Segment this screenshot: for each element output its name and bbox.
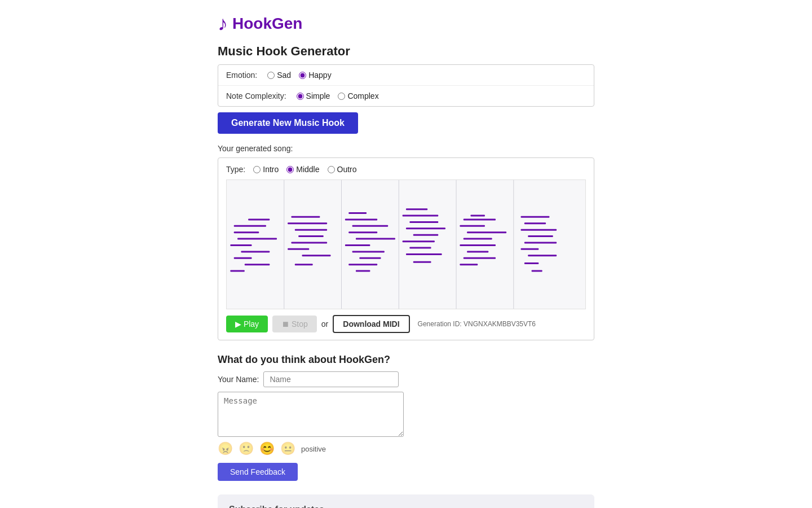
svg-rect-48 xyxy=(460,264,478,265)
svg-rect-8 xyxy=(230,244,251,246)
svg-rect-36 xyxy=(413,234,439,236)
svg-rect-13 xyxy=(230,270,244,272)
type-outro[interactable]: Outro xyxy=(328,165,357,174)
svg-rect-16 xyxy=(295,229,327,231)
type-intro[interactable]: Intro xyxy=(253,165,279,174)
svg-rect-30 xyxy=(348,264,377,265)
complexity-simple-radio[interactable] xyxy=(297,93,304,100)
emotion-happy[interactable]: Happy xyxy=(299,71,331,80)
feedback-section: What do you think about HookGen? Your Na… xyxy=(218,354,594,481)
type-middle[interactable]: Middle xyxy=(286,165,319,174)
svg-rect-47 xyxy=(464,257,496,259)
svg-rect-35 xyxy=(406,227,445,229)
play-button[interactable]: ▶ Play xyxy=(226,316,268,332)
piano-roll xyxy=(226,179,586,309)
svg-rect-31 xyxy=(356,270,370,272)
svg-rect-52 xyxy=(521,229,557,231)
sentiment-row: 😠 🙁 😊 😐 positive xyxy=(218,441,594,456)
emotion-sad[interactable]: Sad xyxy=(267,71,291,80)
svg-rect-19 xyxy=(288,248,309,250)
svg-rect-20 xyxy=(302,255,331,256)
svg-rect-38 xyxy=(409,247,431,249)
emotion-happy-radio[interactable] xyxy=(299,72,306,79)
generation-id: Generation ID: VNGNXAKMBBV35VT6 xyxy=(418,320,536,328)
message-textarea[interactable] xyxy=(218,392,404,437)
complexity-complex-radio[interactable] xyxy=(338,93,345,100)
svg-rect-56 xyxy=(528,255,557,256)
generated-label: Your generated song: xyxy=(218,144,594,153)
or-text: or xyxy=(321,319,328,329)
generated-section: Your generated song: Type: Intro Middle … xyxy=(218,144,594,340)
logo-colored: Gen xyxy=(272,15,302,32)
svg-rect-41 xyxy=(464,218,496,220)
svg-rect-58 xyxy=(532,270,542,272)
sentiment-neutral[interactable]: 😐 xyxy=(280,441,295,456)
type-outro-label: Outro xyxy=(337,165,357,174)
emotion-sad-radio[interactable] xyxy=(267,72,275,79)
complexity-complex[interactable]: Complex xyxy=(338,91,378,100)
svg-rect-18 xyxy=(291,242,327,243)
svg-rect-46 xyxy=(467,251,488,252)
svg-rect-51 xyxy=(524,222,546,224)
logo-plain: Hook xyxy=(232,15,272,32)
svg-rect-28 xyxy=(352,251,385,252)
sentiment-very-negative[interactable]: 😠 xyxy=(218,441,233,456)
sentiment-negative[interactable]: 🙁 xyxy=(239,441,254,456)
svg-rect-25 xyxy=(348,231,377,233)
piano-roll-svg xyxy=(227,180,585,309)
svg-rect-22 xyxy=(348,212,367,214)
svg-rect-50 xyxy=(521,216,550,218)
svg-rect-23 xyxy=(345,218,377,220)
svg-rect-6 xyxy=(234,231,259,233)
sentiment-positive[interactable]: 😊 xyxy=(259,441,275,456)
sentiment-selected-label: positive xyxy=(301,445,326,453)
generate-button[interactable]: Generate New Music Hook xyxy=(218,112,358,134)
svg-rect-54 xyxy=(524,242,557,243)
download-midi-button[interactable]: Download MIDI xyxy=(333,315,409,333)
subscribe-title: Subscribe for updates xyxy=(229,505,583,508)
type-middle-label: Middle xyxy=(296,165,319,174)
complexity-row: Note Complexity: Simple Complex xyxy=(218,86,594,106)
svg-rect-39 xyxy=(406,253,442,255)
complexity-radio-group: Simple Complex xyxy=(297,91,379,100)
page-title: Music Hook Generator xyxy=(218,44,594,59)
svg-rect-53 xyxy=(528,235,553,237)
type-intro-radio[interactable] xyxy=(253,166,261,173)
svg-rect-17 xyxy=(298,235,324,237)
svg-rect-37 xyxy=(403,240,435,242)
svg-rect-5 xyxy=(234,225,266,227)
stop-button[interactable]: ⏹ Stop xyxy=(272,316,317,332)
name-input[interactable] xyxy=(263,371,399,387)
emotion-label: Emotion: xyxy=(226,71,257,80)
logo-text: HookGen xyxy=(232,15,302,33)
svg-rect-42 xyxy=(460,225,485,227)
svg-rect-7 xyxy=(237,238,277,240)
svg-rect-26 xyxy=(356,238,395,240)
svg-rect-29 xyxy=(359,257,381,259)
complexity-simple[interactable]: Simple xyxy=(297,91,330,100)
svg-rect-14 xyxy=(291,216,320,218)
type-intro-label: Intro xyxy=(263,165,279,174)
type-middle-radio[interactable] xyxy=(286,166,294,173)
svg-rect-45 xyxy=(460,244,496,246)
svg-rect-32 xyxy=(406,208,427,210)
type-row: Type: Intro Middle Outro xyxy=(226,165,586,174)
type-outro-radio[interactable] xyxy=(328,166,335,173)
logo-area: ♪ HookGen xyxy=(218,14,594,34)
svg-rect-40 xyxy=(413,261,431,263)
name-label: Your Name: xyxy=(218,375,259,384)
complexity-simple-label: Simple xyxy=(306,91,330,100)
generation-id-label: Generation ID: xyxy=(418,320,462,328)
svg-rect-57 xyxy=(524,262,539,264)
complexity-label: Note Complexity: xyxy=(226,91,286,100)
svg-rect-27 xyxy=(345,244,370,246)
song-box: Type: Intro Middle Outro xyxy=(218,157,594,340)
svg-rect-55 xyxy=(521,248,539,250)
options-box: Emotion: Sad Happy Note Complexity: Simp… xyxy=(218,64,594,107)
svg-rect-34 xyxy=(409,221,438,223)
emotion-sad-label: Sad xyxy=(277,71,291,80)
svg-rect-9 xyxy=(241,251,270,252)
svg-rect-44 xyxy=(464,238,492,240)
playback-controls: ▶ Play ⏹ Stop or Download MIDI Generatio… xyxy=(226,315,586,333)
send-feedback-button[interactable]: Send Feedback xyxy=(218,463,298,481)
